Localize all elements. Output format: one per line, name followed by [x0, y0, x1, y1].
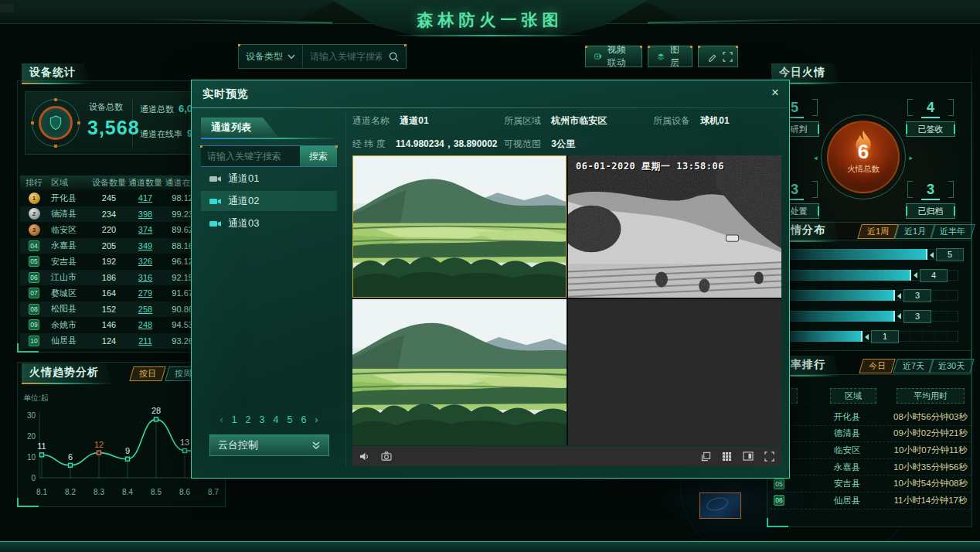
- row-region: 德清县: [48, 208, 91, 220]
- channel-item[interactable]: 通道03: [201, 213, 337, 233]
- ring-arrow-left: ◂: [814, 154, 818, 162]
- search-icon[interactable]: [382, 51, 406, 63]
- next-page-icon[interactable]: ›: [315, 414, 318, 425]
- bar-label: 3: [897, 310, 931, 323]
- page-number[interactable]: 1: [232, 414, 237, 425]
- info-field: 通道名称 通道01: [352, 114, 429, 128]
- row-channels[interactable]: 316: [127, 273, 164, 282]
- channel-list-tab[interactable]: 通道列表: [201, 118, 278, 137]
- svg-text:8.3: 8.3: [94, 488, 104, 496]
- page-number[interactable]: 5: [287, 414, 292, 425]
- row-channels[interactable]: 248: [127, 320, 164, 329]
- eff-tab-30days[interactable]: 近30天: [928, 359, 975, 373]
- prev-page-icon[interactable]: ‹: [219, 414, 223, 425]
- row-channels[interactable]: 398: [127, 210, 164, 219]
- eff-col-region: 区域: [830, 388, 876, 404]
- efficiency-row[interactable]: 06 仙居县 11小时14分钟17秒: [770, 492, 971, 509]
- page-number[interactable]: 4: [274, 414, 279, 425]
- row-avg-time: 09小时02分钟21秒: [893, 428, 968, 439]
- layers-button[interactable]: 图层: [648, 46, 692, 67]
- video-tile-color[interactable]: [352, 299, 567, 445]
- shield-icon: [49, 115, 63, 131]
- row-channels[interactable]: 349: [127, 241, 164, 250]
- channel-item[interactable]: 通道02: [201, 191, 337, 211]
- svg-text:8.5: 8.5: [151, 488, 162, 496]
- eff-tab-today[interactable]: 今日: [859, 359, 895, 373]
- row-region: 江山市: [48, 271, 91, 283]
- channel-search-button[interactable]: 搜索: [300, 146, 337, 166]
- dialog-divider: [192, 107, 789, 108]
- row-devices: 205: [91, 241, 127, 250]
- row-devices: 124: [91, 336, 127, 346]
- dialog-vertical-divider: [345, 111, 346, 467]
- row-channels[interactable]: 279: [127, 288, 164, 298]
- efficiency-row[interactable]: 04 永嘉县 10小时35分钟56秒: [770, 459, 971, 476]
- search-input[interactable]: 请输入关键字搜索: [303, 50, 382, 63]
- arrow-left-icon: [865, 334, 869, 340]
- page-number[interactable]: 3: [260, 414, 265, 425]
- efficiency-row[interactable]: 01 开化县 08小时56分钟03秒: [770, 409, 971, 426]
- info-label: 经 纬 度: [352, 138, 386, 149]
- svg-text:13: 13: [180, 438, 189, 447]
- page-number[interactable]: 6: [301, 414, 306, 425]
- ptz-control-dropdown[interactable]: 云台控制: [209, 434, 329, 456]
- row-avg-time: 10小时07分钟11秒: [893, 445, 968, 456]
- info-label: 可视范围: [504, 138, 541, 149]
- row-channels[interactable]: 374: [127, 225, 164, 234]
- channel-search-input[interactable]: 请输入关键字搜索: [201, 146, 300, 166]
- fire-stat-label: 已签收: [906, 121, 955, 137]
- dialog-title: 实时预览: [202, 87, 249, 101]
- measure-pencil-icon[interactable]: [707, 52, 717, 62]
- video-fullscreen-icon[interactable]: [764, 451, 774, 462]
- fire-stat-value: 4: [906, 99, 955, 116]
- row-avg-time: 08小时56分钟03秒: [893, 411, 968, 423]
- arrow-left-icon: [897, 293, 901, 299]
- efficiency-row[interactable]: 05 安吉县 10小时54分钟08秒: [770, 475, 971, 492]
- col-region: 区域: [48, 177, 91, 189]
- row-avg-time: 11小时14分钟17秒: [893, 495, 968, 506]
- fire-total-value: 6: [858, 140, 869, 164]
- svg-text:11: 11: [37, 441, 46, 451]
- video-linkage-button[interactable]: 视频联动: [585, 46, 642, 67]
- row-channels[interactable]: 326: [127, 257, 164, 266]
- row-devices: 164: [91, 288, 127, 298]
- row-region: 开化县: [801, 411, 893, 423]
- row-channels[interactable]: 417: [127, 193, 164, 203]
- channel-name: 通道02: [228, 194, 259, 208]
- info-label: 所属设备: [653, 115, 690, 126]
- row-channels[interactable]: 258: [127, 305, 164, 314]
- map-search-bar[interactable]: 设备类型 请输入关键字搜索: [238, 44, 407, 69]
- video-linkage-label: 视频联动: [607, 43, 633, 70]
- copy-view-icon[interactable]: [701, 451, 711, 462]
- audio-icon[interactable]: [359, 451, 370, 462]
- video-tile-selected[interactable]: [352, 155, 567, 298]
- camera-icon: [209, 174, 222, 184]
- device-type-dropdown[interactable]: 设备类型: [239, 45, 303, 68]
- fire-trend-title-wrap: 火情趋势分析: [22, 363, 113, 384]
- trend-tab-daily[interactable]: 按日: [129, 366, 165, 381]
- video-tile-thermal[interactable]: 06-01-2020 星期一 13:58:06: [568, 155, 781, 298]
- grid-layout-icon[interactable]: [722, 451, 732, 462]
- info-value: 球机01: [700, 115, 729, 126]
- fire-stat: 3 已归档: [906, 181, 955, 219]
- video-toolbar: [352, 446, 781, 466]
- channel-list: 通道01 通道02 通道03: [201, 169, 337, 236]
- efficiency-row[interactable]: 02 德清县 09小时02分钟21秒: [770, 426, 971, 443]
- map-overview-thumbnail[interactable]: [699, 492, 741, 519]
- row-channels[interactable]: 211: [127, 336, 164, 346]
- close-icon[interactable]: ×: [771, 85, 779, 101]
- fire-total-circle: 6 火情总数 ◂ ▸: [821, 114, 906, 199]
- single-view-icon[interactable]: [743, 451, 754, 461]
- dist-tab-halfyear[interactable]: 近半年: [930, 224, 975, 239]
- map-tools-group: [698, 46, 738, 67]
- video-tile-empty[interactable]: [568, 299, 781, 445]
- page-number[interactable]: 2: [246, 414, 251, 425]
- efficiency-row[interactable]: 03 临安区 10小时07分钟11秒: [770, 442, 971, 459]
- channel-item[interactable]: 通道01: [201, 169, 337, 189]
- arrow-left-icon: [930, 252, 934, 258]
- info-field: 经 纬 度 114.980234，38.890002: [352, 138, 497, 151]
- dist-tab-week[interactable]: 近1周: [857, 224, 899, 239]
- snapshot-camera-icon[interactable]: [381, 451, 392, 461]
- map-fullscreen-icon[interactable]: [723, 52, 733, 62]
- efficiency-table: 区域 平均用时 01 开化县 08小时56分钟03秒 02 德清县 09小时02…: [770, 388, 971, 509]
